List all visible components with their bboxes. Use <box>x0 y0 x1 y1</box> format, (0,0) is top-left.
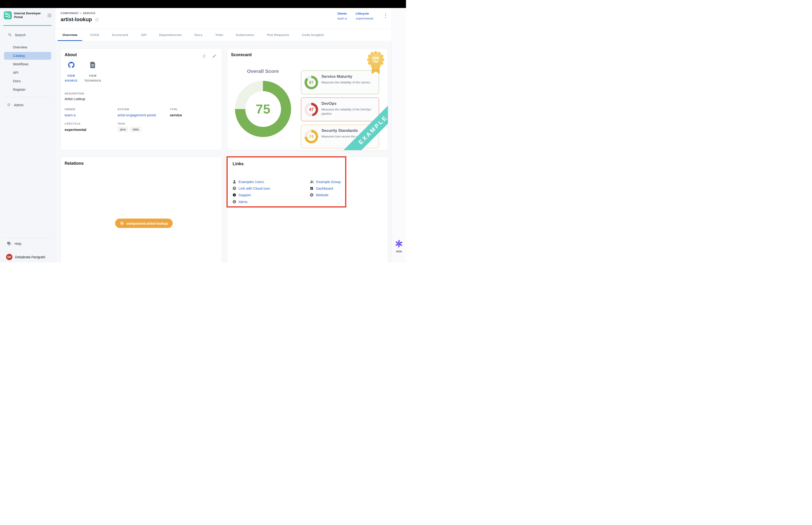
relations-title: Relations <box>65 161 83 166</box>
metric-desc: Measures the reliability of the DevOps p… <box>321 108 377 116</box>
type-field-label: TYPE <box>170 108 178 111</box>
link-with-cloud-icon[interactable]: Link with Cloud Icon <box>233 186 270 190</box>
breadcrumb: COMPONENT — SERVICE <box>61 12 95 15</box>
about-title: About <box>65 52 77 57</box>
scorecard-card: Scorecard Overall Score 75 87 Service Ma… <box>227 48 388 150</box>
view-techdocs-button[interactable]: VIEW TECHDOCS <box>80 62 106 83</box>
metric-name: Security Standards <box>321 128 358 133</box>
tab-docs[interactable]: Docs <box>188 29 209 41</box>
security-standards-donut: 74 <box>305 130 318 144</box>
link-alerts[interactable]: Alerts <box>233 200 247 204</box>
sidebar-item-catalog[interactable]: Catalog <box>4 52 51 60</box>
refresh-icon[interactable] <box>202 54 206 59</box>
link-examples-users[interactable]: Examples Users <box>233 180 264 184</box>
owner-meta: Owner team-a <box>337 12 347 20</box>
relations-card: Relations component:artist-lookup <box>61 157 222 262</box>
tag-data[interactable]: data <box>130 127 141 132</box>
help-label: Help <box>15 242 21 245</box>
dashboard-icon <box>310 186 313 190</box>
lifecycle-meta: Lifecycle experimental <box>356 12 373 20</box>
link-example-group[interactable]: Example Group <box>310 180 341 184</box>
admin-label: Admin <box>14 103 24 107</box>
tab-overview[interactable]: Overview <box>56 29 83 41</box>
tab-code-insights[interactable]: Code Insights <box>295 29 330 41</box>
star-icon[interactable] <box>94 17 99 22</box>
gear-icon: ⚙ <box>7 103 11 107</box>
globe-icon <box>233 200 236 204</box>
relation-node-label: component:artist-lookup <box>126 221 168 225</box>
tab-dependencies[interactable]: Dependencies <box>153 29 188 41</box>
tab-bar: Overview CI/CD Scorecard API Dependencie… <box>55 29 392 41</box>
metric-name: Service Maturity <box>321 74 352 79</box>
svg-text:?: ? <box>234 194 235 196</box>
tab-cicd[interactable]: CI/CD <box>83 29 106 41</box>
lifecycle-field-label: LIFECYCLE <box>65 122 80 125</box>
portal-title: Internal Developer Portal <box>14 12 42 19</box>
lifecycle-field-value: experimental <box>65 127 87 132</box>
svg-text:Tier: Tier <box>373 60 379 63</box>
metric-name: DevOps <box>321 101 336 106</box>
description-value: Artist Lookup <box>65 97 85 101</box>
search-label: Search <box>15 33 26 37</box>
sidebar-divider <box>4 97 51 97</box>
sidebar-item-help[interactable]: ? Help <box>7 242 21 246</box>
sidebar-item-admin[interactable]: ⚙ Admin <box>7 103 24 107</box>
github-icon <box>68 62 75 68</box>
system-field-value[interactable]: artist-engagement-portal <box>118 113 156 117</box>
link-support[interactable]: ? Support <box>233 193 251 197</box>
sidebar: Internal Developer Portal Search Overvie… <box>0 8 55 262</box>
sidebar-item-workflows[interactable]: Workflows <box>4 60 51 68</box>
question-circle-icon: ? <box>233 193 236 197</box>
owner-label: Owner <box>337 12 347 15</box>
tab-todo[interactable]: Todo <box>209 29 230 41</box>
tab-kubernetes[interactable]: Kubernetes <box>230 29 261 41</box>
tag-java[interactable]: java <box>118 127 128 132</box>
relation-node-component[interactable]: component:artist-lookup <box>115 219 173 228</box>
view-techdocs-label-1: VIEW <box>80 73 106 78</box>
svg-text:Gold: Gold <box>372 56 379 60</box>
overview-content: About VIEW SOURCE <box>55 41 392 262</box>
tab-scorecard[interactable]: Scorecard <box>106 29 135 41</box>
document-icon <box>90 62 96 68</box>
edit-pencil-icon[interactable] <box>212 54 217 58</box>
page-title: artist-lookup <box>61 16 92 22</box>
app-window: Internal Developer Portal Search Overvie… <box>0 0 406 262</box>
owner-field-value[interactable]: team-a <box>65 113 76 117</box>
lifecycle-value: experimental <box>356 17 373 20</box>
help-chat-icon: ? <box>7 242 12 246</box>
sidebar-item-register[interactable]: Register <box>4 86 51 93</box>
sidebar-item-overview[interactable]: Overview <box>4 44 51 51</box>
link-dashboard[interactable]: Dashboard <box>310 186 333 190</box>
globe-icon <box>310 193 313 197</box>
main-area: COMPONENT — SERVICE artist-lookup Owner … <box>55 8 392 262</box>
link-website[interactable]: Website <box>310 193 328 197</box>
user-icon <box>233 180 236 183</box>
apps-grid-icon[interactable] <box>47 13 51 17</box>
owner-value[interactable]: team-a <box>337 17 347 20</box>
overall-score-label: Overall Score <box>247 69 279 74</box>
more-options-icon[interactable] <box>385 13 386 19</box>
group-icon <box>310 180 314 183</box>
tags-field-label: TAGS <box>118 122 125 125</box>
aida-flower-icon <box>395 240 403 248</box>
tab-pull-requests[interactable]: Pull Requests <box>261 29 295 41</box>
sidebar-item-docs[interactable]: Docs <box>4 77 51 85</box>
sidebar-bottom-divider <box>4 237 51 238</box>
gold-tier-badge: Gold Tier <box>367 51 384 78</box>
tab-api[interactable]: API <box>135 29 153 41</box>
right-rail: AIDA <box>392 8 406 262</box>
sidebar-item-api[interactable]: API <box>4 69 51 77</box>
user-menu[interactable]: DP Debabrata Panigrahi <box>6 254 45 260</box>
aida-assistant-button[interactable]: AIDA <box>395 240 403 253</box>
sidebar-nav: Overview Catalog Workflows API Docs Regi… <box>0 43 55 94</box>
owner-field-label: OWNER <box>65 108 75 111</box>
search-icon <box>8 33 12 37</box>
sidebar-search[interactable]: Search <box>8 33 26 37</box>
links-title: Links <box>233 162 244 166</box>
lifecycle-label: Lifecycle <box>356 12 373 15</box>
user-name: Debabrata Panigrahi <box>15 255 45 259</box>
metric-desc: Measures the reliability of this service <box>321 80 377 85</box>
links-card: Links Examples Users Link with Cloud Ico… <box>227 157 388 262</box>
sidebar-accent-divider <box>3 25 52 26</box>
metric-devops[interactable]: 47 DevOps Measures the reliability of th… <box>301 97 379 121</box>
